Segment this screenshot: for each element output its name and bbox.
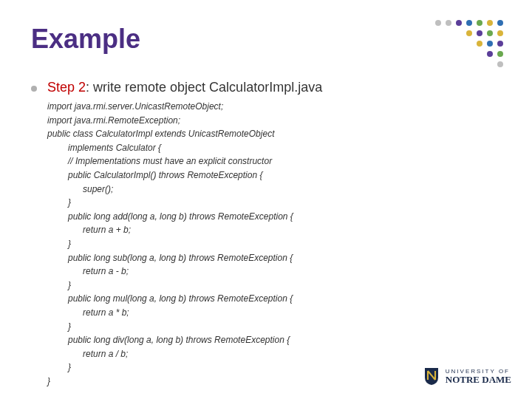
code-line: return a / b; (47, 347, 488, 361)
code-line: import java.rmi.RemoteException; (47, 114, 488, 128)
code-line: } (47, 361, 488, 375)
code-line: // Implementations must have an explicit… (47, 154, 488, 168)
slide-title: Example (31, 24, 140, 55)
bullet-icon (31, 86, 37, 92)
svg-point-13 (497, 41, 503, 47)
code-line: public long add(long a, long b) throws R… (47, 210, 488, 224)
slide-body: Step 2: write remote object CalculatorIm… (31, 80, 488, 388)
svg-point-14 (487, 51, 493, 57)
code-line: } (47, 196, 488, 210)
code-listing: import java.rmi.server.UnicastRemoteObje… (47, 100, 488, 388)
logo-text-bottom: NOTRE DAME (446, 375, 511, 384)
university-logo: UNIVERSITY OF NOTRE DAME (423, 366, 511, 386)
code-line: public class CalculatorImpl extends Unic… (47, 127, 488, 141)
svg-point-5 (487, 20, 493, 26)
code-line: } (47, 375, 488, 389)
code-line: } (47, 237, 488, 251)
code-line: return a * b; (47, 306, 488, 320)
step-line: Step 2: write remote object CalculatorIm… (47, 80, 322, 95)
code-line: public long div(long a, long b) throws R… (47, 333, 488, 347)
code-line: super(); (47, 183, 488, 197)
code-line: } (47, 279, 488, 293)
svg-point-9 (487, 30, 493, 36)
logo-text: UNIVERSITY OF NOTRE DAME (446, 369, 511, 384)
svg-point-8 (477, 30, 482, 36)
corner-dots-decoration (434, 19, 511, 71)
code-line: import java.rmi.server.UnicastRemoteObje… (47, 100, 488, 114)
code-line: public CalculatorImpl() throws RemoteExc… (47, 168, 488, 183)
svg-point-4 (477, 20, 482, 26)
svg-point-12 (487, 41, 493, 47)
code-line: public long sub(long a, long b) throws R… (47, 251, 488, 265)
svg-point-1 (446, 20, 451, 26)
svg-point-0 (435, 20, 441, 26)
svg-point-16 (497, 61, 503, 67)
code-line: implements Calculator { (47, 141, 488, 155)
logo-shield-icon (423, 366, 440, 386)
svg-point-15 (497, 51, 503, 57)
code-line: public long mul(long a, long b) throws R… (47, 292, 488, 306)
step-desc: : write remote object CalculatorImpl.jav… (86, 80, 322, 95)
svg-point-3 (466, 20, 472, 26)
svg-point-6 (497, 20, 503, 26)
code-line: } (47, 320, 488, 334)
code-line: return a + b; (47, 223, 488, 237)
svg-point-7 (466, 30, 472, 36)
code-line: return a - b; (47, 265, 488, 279)
svg-point-11 (477, 41, 482, 47)
step-label: Step 2 (47, 80, 86, 95)
svg-point-10 (497, 30, 503, 36)
svg-point-2 (456, 20, 462, 26)
